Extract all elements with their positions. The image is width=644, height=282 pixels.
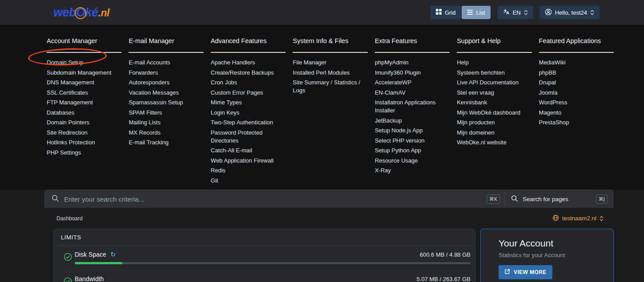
menu-items: Domain Setup Subdomain Management DNS Ma…: [47, 59, 121, 157]
menu-item-phpbb[interactable]: phpBB: [539, 69, 614, 77]
menu-items: phpMyAdmin Imunify360 Plugin AccelerateW…: [375, 59, 450, 175]
menu-item-resource-usage[interactable]: Resource Usage: [375, 157, 450, 165]
menu-item-create-restore-backups[interactable]: Create/Restore Backups: [211, 69, 286, 77]
menu-item-cron-jobs[interactable]: Cron Jobs: [211, 79, 286, 87]
menu-item-file-manager[interactable]: File Manager: [293, 59, 367, 67]
view-more-button[interactable]: VIEW MORE: [499, 265, 552, 279]
menu-item-git[interactable]: Git: [211, 177, 286, 185]
menu-item-mijn-domeinen[interactable]: Mijn domeinen: [457, 129, 531, 137]
breadcrumb[interactable]: Dashboard: [56, 215, 83, 222]
menu-item-mediawiki[interactable]: MediaWiki: [539, 59, 614, 67]
menu-item-hotlinks-protection[interactable]: Hotlinks Protection: [47, 139, 121, 147]
menu-item-jetbackup[interactable]: JetBackup: [375, 117, 450, 125]
menu-item-setup-python-app[interactable]: Setup Python App: [375, 147, 450, 155]
search-icon: [52, 195, 59, 204]
account-panel-title: Your Account: [499, 238, 603, 249]
menu-item-site-redirection[interactable]: Site Redirection: [47, 129, 121, 137]
menu-column-featured-applications: Featured Applications MediaWiki phpBB Dr…: [539, 37, 614, 129]
menu-item-e-mail-tracking[interactable]: E-mail Tracking: [129, 139, 203, 147]
menu-item-weboke-nl-website[interactable]: WebOke.nl website: [457, 139, 531, 147]
language-selector[interactable]: EN: [498, 6, 533, 19]
limits-panel: LIMITS Disk Space ↻ 600.6 MB / 4.88 GB: [53, 229, 475, 282]
menu-item-select-php-version[interactable]: Select PHP version: [375, 137, 450, 145]
menu-item-domain-pointers[interactable]: Domain Pointers: [47, 119, 121, 127]
menu-item-custom-error-pages[interactable]: Custom Error Pages: [211, 89, 286, 97]
menu-item-live-api-documentation[interactable]: Live API Documentation: [457, 79, 531, 87]
menu-item-x-ray[interactable]: X-Ray: [375, 167, 450, 175]
domain-selector[interactable]: testnaam2.nl: [552, 214, 604, 222]
menu-item-drupal[interactable]: Drupal: [539, 79, 614, 87]
menu-item-mailing-lists[interactable]: Mailing Lists: [129, 119, 203, 127]
menu-column-title: Extra Features: [375, 37, 450, 53]
list-view-label: List: [476, 9, 485, 16]
menu-item-mijn-webok-dashboard[interactable]: Mijn WebOké dashboard: [457, 109, 531, 117]
menu-item-wordpress[interactable]: WordPress: [539, 99, 614, 107]
user-icon: [545, 8, 552, 17]
menu-item-mx-records[interactable]: MX Records: [129, 129, 203, 137]
menu-item-installatron-applications-installer[interactable]: Installatron Applications Installer: [375, 99, 450, 115]
search-pages-shortcut-badge: ⌘J: [596, 195, 608, 204]
chevron-up-down-icon: [590, 9, 594, 16]
grid-view-button[interactable]: Grid: [431, 6, 461, 19]
menu-item-setup-node-js-app[interactable]: Setup Node.js App: [375, 127, 450, 135]
logo-text-ke: ké: [85, 6, 98, 19]
menu-item-catch-all-e-mail[interactable]: Catch-All E-mail: [211, 147, 286, 155]
menu-items: E-mail Accounts Forwarders Autoresponder…: [129, 59, 203, 147]
menu-item-subdomain-management[interactable]: Subdomain Management: [47, 69, 121, 77]
menu-item-site-summary-statistics-logs[interactable]: Site Summary / Statistics / Logs: [293, 79, 367, 95]
menu-item-spamassassin-setup[interactable]: Spamassassin Setup: [129, 99, 203, 107]
menu-item-prestashop[interactable]: PrestaShop: [539, 119, 614, 127]
menu-item-imunify360-plugin[interactable]: Imunify360 Plugin: [375, 69, 450, 77]
domain-selector-value: testnaam2.nl: [562, 215, 596, 222]
menu-item-systeem-berichten[interactable]: Systeem berichten: [457, 69, 531, 77]
menu-item-magento[interactable]: Magento: [539, 109, 614, 117]
menu-item-mime-types[interactable]: Mime Types: [211, 99, 286, 107]
dashboard-content: LIMITS Disk Space ↻ 600.6 MB / 4.88 GB: [53, 229, 614, 282]
menu-items: File Manager Installed Perl Modules Site…: [293, 59, 367, 95]
search-shortcut-badge: ⌘K: [487, 195, 500, 204]
menu-item-help[interactable]: Help: [457, 59, 531, 67]
list-view-button[interactable]: List: [462, 6, 490, 19]
menu-item-joomla[interactable]: Joomla: [539, 89, 614, 97]
menu-item-login-keys[interactable]: Login Keys: [211, 109, 286, 117]
menu-item-vacation-messages[interactable]: Vacation Messages: [129, 89, 203, 97]
menu-item-installed-perl-modules[interactable]: Installed Perl Modules: [293, 69, 367, 77]
view-more-label: VIEW MORE: [514, 269, 547, 275]
menu-item-stel-een-vraag[interactable]: Stel een vraag: [457, 89, 531, 97]
menu-item-two-step-authentication[interactable]: Two-Step Authentication: [211, 119, 286, 127]
menu-item-kennisbank[interactable]: Kennisbank: [457, 99, 531, 107]
external-link-icon: [504, 269, 510, 276]
menu-item-ftp-management[interactable]: FTP Management: [47, 99, 121, 107]
logo[interactable]: webOké.nl: [53, 6, 109, 20]
limit-label: Bandwidth: [75, 275, 104, 282]
menu-item-dns-management[interactable]: DNS Management: [47, 79, 121, 87]
list-icon: [467, 9, 473, 16]
menu-item-password-protected-directories[interactable]: Password Protected Directories: [211, 129, 286, 145]
menu-item-e-mail-accounts[interactable]: E-mail Accounts: [129, 59, 203, 67]
menu-item-web-application-firewall[interactable]: Web Application Firewall: [211, 157, 286, 165]
menu-item-ssl-certificates[interactable]: SSL Certificates: [47, 89, 121, 97]
language-label: EN: [513, 9, 521, 16]
menu-item-redis[interactable]: Redis: [211, 167, 286, 175]
menu-item-domain-setup[interactable]: Domain Setup: [47, 59, 121, 67]
menu-column-title: Support & Help: [457, 37, 531, 53]
menu-item-phpmyadmin[interactable]: phpMyAdmin: [375, 59, 450, 67]
menu-item-php-settings[interactable]: PHP Settings: [47, 149, 121, 157]
menu-item-mijn-producten[interactable]: Mijn producten: [457, 119, 531, 127]
top-header: webOké.nl Grid List EN: [0, 0, 644, 25]
user-menu-button[interactable]: Hello, test24: [539, 6, 600, 19]
menu-item-en-clamav[interactable]: EN-ClamAV: [375, 89, 450, 97]
menu-column-advanced-features: Advanced Features Apache Handlers Create…: [211, 37, 286, 187]
menu-item-apache-handlers[interactable]: Apache Handlers: [211, 59, 286, 67]
menu-item-autoresponders[interactable]: Autoresponders: [129, 79, 203, 87]
search-input[interactable]: [64, 195, 482, 203]
view-toggle-group: Grid List: [431, 6, 491, 19]
refresh-icon[interactable]: ↻: [110, 251, 116, 258]
menu-item-forwarders[interactable]: Forwarders: [129, 69, 203, 77]
check-circle-icon: [64, 253, 72, 264]
menu-item-spam-filters[interactable]: SPAM Filters: [129, 109, 203, 117]
search-pages-button[interactable]: Search for pages ⌘J: [504, 190, 613, 208]
menu-item-databases[interactable]: Databases: [47, 109, 121, 117]
menu-column-title: E-mail Manager: [129, 37, 203, 53]
menu-item-acceleratewp[interactable]: AccelerateWP: [375, 79, 450, 87]
